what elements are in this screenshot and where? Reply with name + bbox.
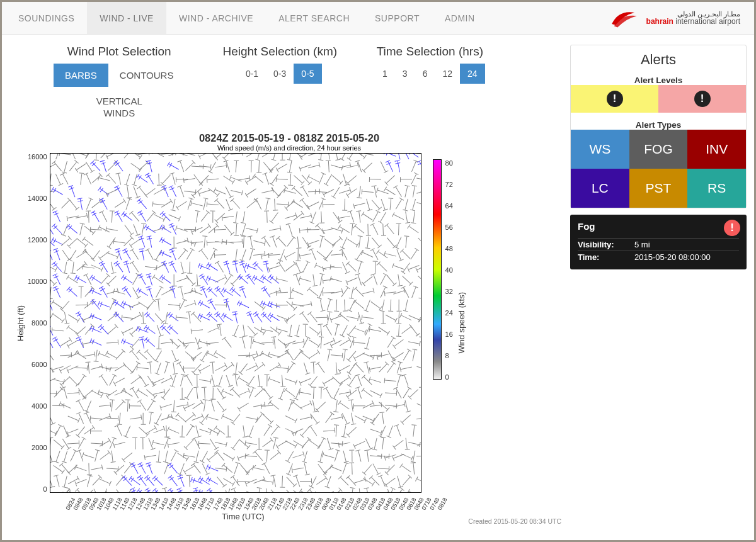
colorbar-gradient bbox=[433, 159, 442, 380]
alerts-panel: Alerts Alert Levels ! ! Alert Types WS F… bbox=[570, 45, 747, 525]
colorbar-label: Wind speed (kts) bbox=[455, 292, 466, 354]
time-3-button[interactable]: 3 bbox=[395, 64, 415, 84]
height-selection: Height Selection (km) 0-1 0-3 0-5 bbox=[222, 45, 337, 126]
alert-type-ws[interactable]: WS bbox=[571, 130, 629, 169]
nav-alert-search[interactable]: ALERT SEARCH bbox=[266, 2, 362, 34]
alert-level-yellow[interactable]: ! bbox=[571, 85, 658, 113]
alerts-title: Alerts bbox=[571, 45, 746, 68]
colorbar-ticks: 80726456484032241680 bbox=[444, 159, 453, 381]
time-selection-title: Time Selection (hrs) bbox=[375, 45, 485, 59]
colorbar: 80726456484032241680 Wind speed (kts) bbox=[433, 153, 466, 493]
main-area: Wind Plot Selection BARBS CONTOURS VERTI… bbox=[9, 45, 564, 525]
plot-footer: Created 2015-05-20 08:34 UTC bbox=[14, 517, 564, 525]
nav-soundings[interactable]: SOUNDINGS bbox=[6, 2, 87, 34]
alert-type-lc[interactable]: LC bbox=[571, 169, 629, 208]
alert-row-value: 2015-05-20 08:00:00 bbox=[634, 251, 739, 264]
plot-vertical-winds-button[interactable]: VERTICAL WINDS bbox=[77, 89, 161, 126]
alert-type-rs[interactable]: RS bbox=[687, 169, 746, 208]
height-0-5-button[interactable]: 0-5 bbox=[294, 64, 321, 84]
brand-logo: مطـار البحـريـن الدولي bahrain internati… bbox=[607, 2, 750, 34]
time-selection: Time Selection (hrs) 1 3 6 12 24 bbox=[375, 45, 485, 126]
alert-types-grid: WS FOG INV LC PST RS bbox=[571, 130, 746, 208]
alert-level-red[interactable]: ! bbox=[658, 85, 746, 113]
time-6-button[interactable]: 6 bbox=[415, 64, 435, 84]
alert-levels-title: Alert Levels bbox=[571, 76, 746, 85]
warning-icon: ! bbox=[607, 91, 623, 107]
wind-plot-selection: Wind Plot Selection BARBS CONTOURS VERTI… bbox=[54, 45, 185, 126]
alert-card-name: Fog bbox=[578, 221, 739, 232]
time-1-button[interactable]: 1 bbox=[375, 64, 395, 84]
warning-icon: ! bbox=[724, 220, 740, 236]
alert-row-label: Visibility: bbox=[578, 239, 634, 251]
time-24-button[interactable]: 24 bbox=[460, 64, 485, 84]
nav-wind-archive[interactable]: WIND - ARCHIVE bbox=[166, 2, 266, 34]
logo-icon bbox=[607, 7, 641, 30]
brand-en1: bahrain bbox=[646, 17, 673, 26]
wind-barb-plot: 0824Z 2015-05-19 - 0818Z 2015-05-20 Wind… bbox=[14, 132, 564, 525]
alert-types-title: Alert Types bbox=[571, 120, 746, 130]
time-12-button[interactable]: 12 bbox=[435, 64, 460, 84]
plot-barbs-button[interactable]: BARBS bbox=[54, 64, 108, 87]
plot-contours-button[interactable]: CONTOURS bbox=[108, 64, 185, 87]
y-axis-ticks: 1600014000120001000080006000400020000 bbox=[28, 153, 50, 493]
height-0-3-button[interactable]: 0-3 bbox=[266, 64, 294, 84]
plot-selection-title: Wind Plot Selection bbox=[54, 45, 185, 59]
plot-canvas bbox=[50, 153, 421, 493]
nav-support[interactable]: SUPPORT bbox=[362, 2, 432, 34]
nav-wind-live[interactable]: WIND - LIVE bbox=[87, 2, 166, 34]
warning-icon: ! bbox=[694, 91, 711, 107]
nav-admin[interactable]: ADMIN bbox=[432, 2, 488, 34]
plot-title: 0824Z 2015-05-19 - 0818Z 2015-05-20 bbox=[14, 132, 564, 144]
alert-type-inv[interactable]: INV bbox=[687, 130, 746, 169]
alert-type-pst[interactable]: PST bbox=[629, 169, 688, 208]
x-axis-ticks: 0824084809180948101810481118114812181248… bbox=[57, 493, 429, 512]
alert-type-fog[interactable]: FOG bbox=[629, 130, 688, 169]
height-selection-title: Height Selection (km) bbox=[222, 45, 337, 59]
plot-subtitle: Wind speed (m/s) and direction, 24 hour … bbox=[14, 144, 564, 152]
alert-row-value: 5 mi bbox=[634, 239, 739, 251]
top-nav: SOUNDINGS WIND - LIVE WIND - ARCHIVE ALE… bbox=[2, 2, 754, 35]
alert-levels-row: ! ! bbox=[571, 85, 746, 113]
height-0-1-button[interactable]: 0-1 bbox=[238, 64, 266, 84]
controls-row: Wind Plot Selection BARBS CONTOURS VERTI… bbox=[9, 45, 564, 126]
brand-en2: international airport bbox=[673, 17, 740, 26]
y-axis-label: Height (ft) bbox=[14, 153, 28, 493]
alert-card-table: Visibility:5 mi Time:2015-05-20 08:00:00 bbox=[578, 238, 739, 263]
active-alert-card[interactable]: ! Fog Visibility:5 mi Time:2015-05-20 08… bbox=[570, 215, 747, 269]
alert-row-label: Time: bbox=[578, 251, 634, 264]
